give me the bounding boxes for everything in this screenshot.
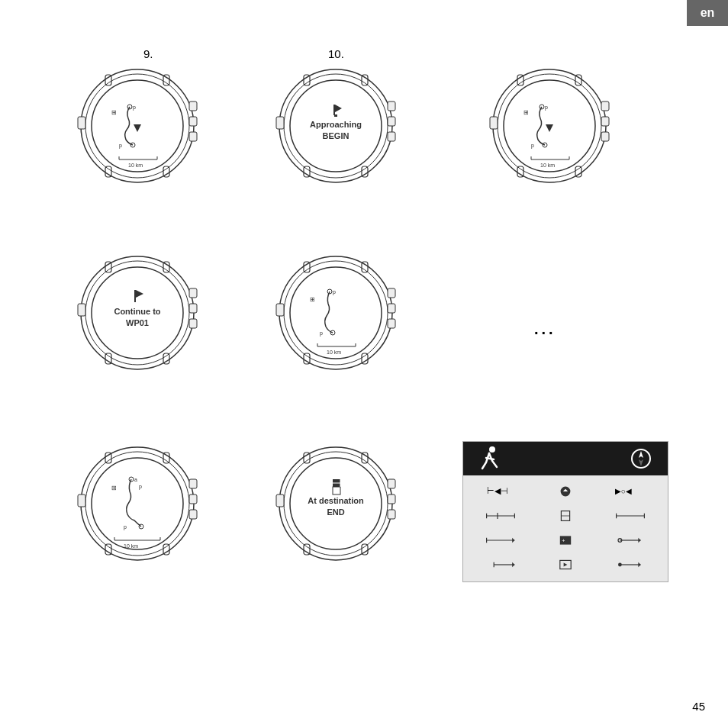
legend-cell-7 xyxy=(469,529,533,552)
svg-point-95 xyxy=(92,458,183,549)
svg-marker-159 xyxy=(564,563,568,567)
navigate-icon xyxy=(630,447,652,470)
svg-marker-134 xyxy=(639,459,643,466)
runner-icon xyxy=(478,446,501,472)
svg-rect-101 xyxy=(189,494,197,504)
watch-5: p p ⊞ 10 km xyxy=(275,252,397,374)
watch-1: p p ⊞ 10 km xyxy=(76,65,198,187)
step-9-label: 9. xyxy=(143,47,153,60)
svg-rect-100 xyxy=(189,479,197,488)
legend-cell-11 xyxy=(534,553,598,576)
svg-rect-8 xyxy=(189,117,197,126)
svg-text:At destination: At destination xyxy=(308,496,364,505)
svg-rect-45 xyxy=(601,117,609,126)
svg-text:p: p xyxy=(124,524,127,530)
svg-marker-33 xyxy=(335,105,342,112)
svg-rect-69 xyxy=(134,290,136,302)
legend-header xyxy=(463,442,668,475)
svg-point-75 xyxy=(290,267,382,359)
svg-rect-44 xyxy=(601,101,609,111)
svg-text:p: p xyxy=(119,143,122,149)
step-10-label: 10. xyxy=(328,47,344,60)
svg-text:+: + xyxy=(562,537,565,544)
svg-point-161 xyxy=(618,563,622,567)
legend-cell-2 xyxy=(534,480,598,503)
svg-rect-7 xyxy=(189,101,197,111)
svg-rect-123 xyxy=(388,510,395,519)
svg-text:BEGIN: BEGIN xyxy=(323,131,350,140)
svg-text:10 km: 10 km xyxy=(128,163,143,168)
svg-rect-80 xyxy=(388,288,395,298)
svg-rect-67 xyxy=(189,319,197,328)
svg-text:⊞: ⊞ xyxy=(523,109,529,116)
watch-4: Continue to WP01 xyxy=(76,252,198,374)
svg-rect-81 xyxy=(388,304,395,313)
svg-text:10 km: 10 km xyxy=(124,543,138,549)
svg-text:p: p xyxy=(333,289,336,295)
svg-rect-102 xyxy=(189,510,197,519)
svg-rect-124 xyxy=(276,494,284,507)
svg-rect-9 xyxy=(189,132,197,141)
svg-text:WP01: WP01 xyxy=(126,318,149,327)
svg-rect-122 xyxy=(388,494,395,504)
svg-text:⊞: ⊞ xyxy=(111,485,117,491)
legend-panel: ⊢◀⊣ ▶○◀ xyxy=(462,441,668,582)
legend-grid: ⊢◀⊣ ▶○◀ xyxy=(463,475,668,581)
svg-marker-15 xyxy=(134,124,141,132)
svg-text:END: END xyxy=(327,507,344,517)
svg-marker-52 xyxy=(546,124,553,132)
svg-text:Approaching: Approaching xyxy=(310,120,362,129)
watch-2: Approaching BEGIN xyxy=(275,65,397,187)
svg-rect-46 xyxy=(601,132,609,141)
svg-marker-154 xyxy=(638,538,640,543)
svg-text:10 km: 10 km xyxy=(540,163,555,168)
svg-rect-32 xyxy=(333,105,335,115)
svg-rect-66 xyxy=(189,304,197,313)
legend-cell-10 xyxy=(469,553,533,576)
svg-rect-31 xyxy=(276,117,284,129)
svg-marker-133 xyxy=(639,451,643,458)
legend-cell-12 xyxy=(598,553,662,576)
svg-text:p: p xyxy=(531,143,534,149)
svg-rect-28 xyxy=(388,101,395,111)
svg-rect-121 xyxy=(388,479,395,488)
svg-text:p: p xyxy=(320,330,323,337)
svg-text:⊞: ⊞ xyxy=(310,296,315,303)
watch-3: p p ⊞ 10 km xyxy=(488,65,610,187)
svg-rect-83 xyxy=(276,304,284,316)
svg-marker-70 xyxy=(136,290,143,298)
continuation-dots: ... xyxy=(534,321,556,338)
legend-cell-6 xyxy=(598,504,662,527)
svg-text:▶○◀: ▶○◀ xyxy=(615,487,632,495)
watch-6: a p p ⊞ 10 km xyxy=(76,443,198,565)
svg-rect-65 xyxy=(189,288,197,298)
svg-rect-126 xyxy=(333,487,340,494)
svg-rect-47 xyxy=(490,117,498,129)
svg-rect-29 xyxy=(388,117,395,126)
svg-rect-82 xyxy=(388,319,395,328)
page-number: 45 xyxy=(692,700,705,713)
svg-text:10 km: 10 km xyxy=(327,350,341,355)
svg-text:Continue to: Continue to xyxy=(114,307,160,316)
svg-text:⊞: ⊞ xyxy=(111,109,117,116)
svg-marker-149 xyxy=(513,538,515,543)
svg-point-131 xyxy=(489,446,495,453)
svg-rect-34 xyxy=(334,114,337,117)
watch-7: At destination END xyxy=(275,443,397,565)
language-badge: en xyxy=(687,0,728,26)
svg-rect-68 xyxy=(78,304,85,316)
svg-rect-10 xyxy=(78,117,85,129)
legend-cell-3: ▶○◀ xyxy=(598,480,662,503)
svg-text:p: p xyxy=(139,484,142,490)
svg-text:⊢◀⊣: ⊢◀⊣ xyxy=(487,486,508,495)
svg-text:a: a xyxy=(134,477,137,482)
legend-cell-1: ⊢◀⊣ xyxy=(469,480,533,503)
svg-marker-162 xyxy=(638,562,640,567)
svg-rect-103 xyxy=(78,494,85,507)
legend-cell-9 xyxy=(598,529,662,552)
svg-rect-30 xyxy=(388,132,395,141)
legend-cell-4 xyxy=(469,504,533,527)
svg-text:p: p xyxy=(545,105,548,111)
svg-text:p: p xyxy=(133,105,136,111)
svg-marker-157 xyxy=(513,562,515,567)
